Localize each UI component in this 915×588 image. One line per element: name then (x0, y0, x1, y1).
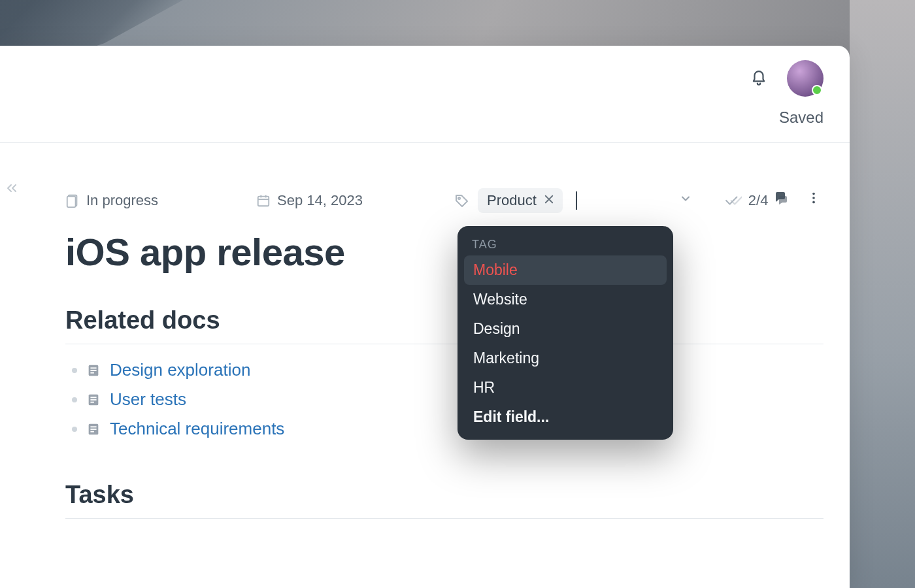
notifications-icon[interactable] (749, 69, 769, 88)
page-title[interactable]: iOS app release (65, 230, 824, 274)
more-menu-icon[interactable] (804, 188, 824, 208)
tasks-heading: Tasks (65, 481, 824, 519)
bullet-icon (72, 397, 77, 402)
svg-point-10 (812, 197, 815, 199)
related-docs-heading: Related docs (65, 306, 824, 344)
document-icon (86, 422, 101, 436)
bullet-icon (72, 427, 77, 432)
doc-link[interactable]: User tests (110, 389, 186, 410)
date-text: Sep 14, 2023 (277, 192, 363, 209)
svg-rect-23 (90, 431, 94, 432)
dropdown-option-marketing[interactable]: Marketing (464, 344, 667, 373)
tag-remove-icon[interactable] (543, 192, 555, 209)
status-field[interactable]: In progress (65, 192, 158, 209)
list-item: User tests (72, 389, 824, 410)
bullet-icon (72, 368, 77, 373)
calendar-icon (256, 193, 271, 208)
text-cursor (576, 191, 577, 210)
svg-rect-13 (90, 367, 96, 368)
tag-chip[interactable]: Product (478, 188, 563, 213)
meta-row: In progress Sep 14, 2023 Product (65, 188, 824, 213)
svg-rect-21 (90, 426, 96, 427)
header-divider (0, 142, 850, 143)
collapse-sidebar-icon[interactable] (4, 180, 20, 199)
dropdown-option-mobile[interactable]: Mobile (464, 255, 667, 285)
svg-point-9 (812, 193, 815, 195)
tag-dropdown-chevron-icon[interactable] (679, 192, 692, 209)
date-field[interactable]: Sep 14, 2023 (256, 192, 363, 209)
tag-dropdown-menu: TAG Mobile Website Design Marketing HR E… (458, 226, 673, 440)
comments-icon[interactable] (771, 188, 791, 208)
dropdown-option-design[interactable]: Design (464, 314, 667, 344)
dropdown-edit-field[interactable]: Edit field... (464, 402, 667, 432)
svg-point-11 (812, 201, 815, 204)
svg-point-6 (458, 197, 460, 199)
svg-rect-1 (67, 197, 76, 208)
content-area: In progress Sep 14, 2023 Product (39, 162, 850, 588)
tag-icon (454, 193, 470, 208)
page-actions (771, 188, 824, 208)
svg-rect-17 (90, 397, 96, 398)
svg-rect-14 (90, 370, 96, 371)
list-item: Technical requirements (72, 419, 824, 439)
dropdown-option-hr[interactable]: HR (464, 373, 667, 402)
progress-field[interactable]: 2/4 (725, 192, 769, 209)
document-icon (86, 393, 101, 407)
header-bar (0, 46, 850, 97)
status-text: In progress (86, 192, 158, 209)
svg-rect-2 (258, 197, 269, 206)
dropdown-section-label: TAG (464, 238, 667, 255)
doc-link[interactable]: Technical requirements (110, 419, 284, 439)
tag-input[interactable] (568, 189, 581, 212)
dropdown-option-website[interactable]: Website (464, 285, 667, 314)
saved-row: Saved (0, 97, 850, 142)
background-right (850, 0, 915, 588)
double-check-icon (725, 192, 742, 209)
saved-status: Saved (779, 108, 824, 127)
document-icon (86, 363, 101, 378)
doc-link[interactable]: Design exploration (110, 360, 250, 380)
list-item: Design exploration (72, 360, 824, 380)
progress-text: 2/4 (748, 192, 769, 209)
related-docs-list: Design exploration User tests Technical … (65, 360, 824, 439)
svg-rect-18 (90, 399, 96, 400)
svg-rect-22 (90, 429, 96, 430)
status-icon (65, 193, 80, 208)
svg-rect-19 (90, 401, 94, 402)
avatar[interactable] (787, 60, 824, 97)
tag-chip-label: Product (487, 192, 537, 209)
document-card: Saved In progress Sep 14, 2023 (0, 46, 850, 588)
svg-rect-15 (90, 372, 94, 373)
